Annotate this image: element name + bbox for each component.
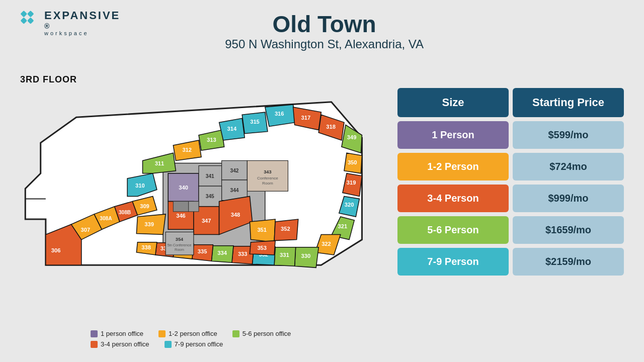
brand-sub: workspace (44, 30, 120, 36)
svg-text:344: 344 (230, 188, 239, 193)
header: EXPANSIVE® workspace Old Town 950 N Wash… (0, 0, 644, 51)
size-79person: 7-9 Person (397, 248, 509, 276)
pricing-row-3: 5-6 Person $1659/mo (397, 216, 624, 244)
legend-label-79person: 7-9 person office (175, 340, 223, 348)
svg-text:350: 350 (348, 159, 357, 165)
legend-item-34person: 3-4 person office (91, 340, 149, 348)
svg-text:354: 354 (176, 237, 184, 242)
svg-text:Room: Room (262, 181, 273, 186)
brand-name: EXPANSIVE (44, 9, 120, 22)
svg-text:346: 346 (176, 213, 186, 219)
legend-swatch-1person (91, 330, 98, 337)
svg-rect-97 (189, 202, 199, 212)
price-1person: $599/mo (513, 121, 624, 149)
location-address: 950 N Washington St, Alexandria, VA (120, 37, 528, 51)
legend-swatch-34person (91, 341, 98, 348)
svg-text:322: 322 (321, 241, 331, 247)
svg-text:349: 349 (347, 134, 357, 140)
svg-text:353: 353 (257, 245, 267, 251)
logo-icon (15, 11, 39, 35)
legend-item-1person: 1 person office (91, 330, 143, 337)
size-56person: 5-6 Person (397, 216, 509, 244)
legend-item-56person: 5-6 person office (232, 330, 291, 337)
legend: 1 person office 1-2 person office 5-6 pe… (91, 330, 291, 348)
svg-text:331: 331 (280, 252, 289, 258)
price-79person: $2159/mo (513, 248, 624, 276)
svg-text:343: 343 (264, 169, 271, 174)
price-34person: $999/mo (513, 185, 624, 212)
svg-rect-1 (27, 11, 34, 18)
svg-text:312: 312 (182, 147, 192, 153)
legend-item-79person: 7-9 person office (165, 340, 223, 348)
svg-text:335: 335 (198, 248, 207, 254)
svg-text:316: 316 (275, 111, 284, 117)
legend-swatch-79person (165, 341, 172, 348)
svg-text:351: 351 (257, 227, 267, 233)
title-area: Old Town 950 N Washington St, Alexandria… (120, 9, 528, 51)
svg-text:334: 334 (217, 250, 227, 256)
svg-text:315: 315 (250, 119, 260, 125)
svg-text:345: 345 (206, 194, 214, 199)
trademark: ® (44, 22, 120, 30)
svg-text:308B: 308B (119, 210, 131, 215)
svg-text:310: 310 (135, 183, 145, 189)
svg-text:330: 330 (301, 253, 311, 259)
svg-text:318: 318 (326, 124, 336, 130)
legend-row-1: 1 person office 1-2 person office 5-6 pe… (91, 330, 291, 337)
svg-text:348: 348 (231, 212, 240, 218)
logo-area: EXPANSIVE® workspace (15, 9, 120, 36)
legend-swatch-56person (232, 330, 239, 337)
svg-rect-0 (20, 11, 27, 18)
header-price: Starting Price (513, 88, 624, 117)
price-56person: $1659/mo (513, 216, 624, 244)
size-12person: 1-2 Person (397, 153, 509, 180)
svg-text:313: 313 (207, 137, 216, 143)
svg-text:309: 309 (140, 203, 149, 209)
svg-text:317: 317 (301, 115, 311, 121)
size-1person: 1 Person (397, 121, 509, 149)
svg-text:311: 311 (155, 160, 165, 166)
svg-text:314: 314 (227, 126, 237, 132)
legend-label-12person: 1-2 person office (169, 330, 217, 337)
svg-text:Room: Room (175, 248, 184, 252)
svg-text:319: 319 (347, 179, 356, 186)
pricing-row-1: 1-2 Person $724mo (397, 153, 624, 180)
svg-text:352: 352 (281, 226, 290, 232)
legend-item-12person: 1-2 person office (158, 330, 217, 337)
svg-rect-3 (27, 17, 34, 24)
pricing-table: Size Starting Price 1 Person $599/mo 1-2… (397, 88, 624, 280)
legend-swatch-12person (158, 330, 166, 337)
svg-text:5in Conference: 5in Conference (167, 243, 191, 247)
legend-row-2: 3-4 person office 7-9 person office (91, 340, 291, 348)
svg-text:Conference: Conference (257, 176, 278, 180)
location-name: Old Town (120, 12, 528, 37)
price-12person: $724mo (513, 153, 624, 180)
pricing-row-0: 1 Person $599/mo (397, 121, 624, 149)
svg-text:338: 338 (141, 244, 151, 250)
legend-label-1person: 1 person office (101, 330, 143, 337)
header-size: Size (397, 88, 509, 117)
svg-text:339: 339 (144, 221, 154, 227)
legend-label-34person: 3-4 person office (101, 340, 149, 348)
pricing-header-row: Size Starting Price (397, 88, 624, 117)
svg-text:341: 341 (206, 173, 214, 179)
floorplan-container: 306 307 308A 308B 309 310 311 312 313 31… (15, 70, 382, 292)
svg-text:340: 340 (179, 185, 188, 191)
svg-text:342: 342 (230, 168, 239, 173)
svg-text:320: 320 (345, 202, 354, 208)
svg-text:306: 306 (51, 247, 61, 253)
legend-label-56person: 5-6 person office (243, 330, 291, 337)
floorplan-svg: 306 307 308A 308B 309 310 311 312 313 31… (15, 70, 382, 292)
pricing-row-4: 7-9 Person $2159/mo (397, 248, 624, 276)
svg-text:308A: 308A (100, 216, 112, 221)
logo-text: EXPANSIVE® workspace (44, 9, 120, 36)
size-34person: 3-4 Person (397, 185, 509, 212)
pricing-row-2: 3-4 Person $999/mo (397, 185, 624, 212)
svg-rect-2 (20, 17, 27, 24)
svg-text:321: 321 (338, 223, 348, 229)
svg-text:347: 347 (202, 218, 211, 224)
svg-text:307: 307 (81, 227, 91, 233)
svg-rect-96 (173, 202, 188, 212)
svg-text:333: 333 (238, 251, 248, 257)
